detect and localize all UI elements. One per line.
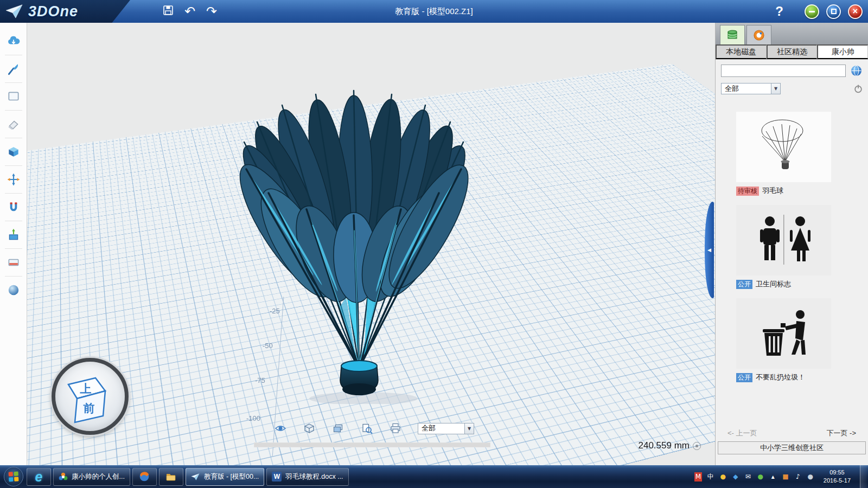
cloud-tool-button[interactable] [3,30,24,52]
tab-local-disk[interactable]: 本地磁盘 [716,44,767,59]
volume-tray-icon[interactable]: ♪ [794,472,802,481]
tray-icon[interactable]: ● [807,472,814,481]
tray-icon[interactable]: ● [757,472,764,481]
mail-tray-icon[interactable]: ✉ [744,472,752,481]
internet-explorer-icon: e [35,469,43,485]
model-thumbnail[interactable] [736,112,831,182]
panel-tab-strip: 本地磁盘 社区精选 康小帅 [716,44,868,60]
viewport-bottom-toolbar: 全部 ▼ [274,422,474,435]
brand-text: 3DOne [28,3,78,20]
panel-filter-dropdown[interactable]: 全部 ▼ [721,83,781,94]
3d-viewport[interactable]: -25 -50 -75 -100 i3DOne.com [27,23,715,465]
model-name[interactable]: 羽毛球 [762,186,783,196]
tray-icon[interactable]: ◆ [732,472,739,481]
viewport-filter-dropdown[interactable]: 全部 ▼ [418,423,474,434]
hidden-icons-button[interactable]: ▴ [769,472,777,481]
chevron-down-icon[interactable]: ▼ [464,423,474,434]
save-button[interactable] [163,5,174,18]
model-thumbnail[interactable] [736,205,831,275]
sketch-tool-button[interactable] [3,86,24,107]
view-cube-front-label[interactable]: 前 [83,402,95,414]
next-page-button[interactable]: 下一页 -> [826,428,856,438]
window-title: 教育版 - [模型002.Z1] [0,0,868,23]
layers-icon [332,422,344,434]
solid-tool-button[interactable] [3,141,24,163]
community-tab[interactable] [746,25,771,44]
taskbar-ie-button[interactable]: e [27,468,51,486]
model-name[interactable]: 卫生间标志 [756,279,791,289]
community-footer-link[interactable]: 中小学三维创意社区 [718,441,866,454]
titlebar: 3DOne ↶ ↷ 教育版 - [模型002.Z1] ? × [0,0,868,23]
minimize-button[interactable] [805,4,819,19]
measurement-target-icon[interactable] [693,442,701,450]
model-caption: 公开 卫生间标志 [736,279,831,289]
view-navigator[interactable]: 上 前 [52,358,129,435]
taskbar-browser-community-button[interactable]: 康小帅的个人创... [53,468,130,486]
layers-button[interactable] [331,422,344,435]
window-controls: ? × [775,4,863,19]
help-button[interactable]: ? [775,4,783,19]
model-name[interactable]: 不要乱扔垃圾！ [756,373,805,382]
tab-user-kangxiaoshuai[interactable]: 康小帅 [817,44,868,59]
measurement-readout: 240.559 mm [639,440,701,451]
search-row [716,60,868,79]
material-tool-button[interactable] [3,279,24,301]
shuttlecock-model[interactable] [212,53,494,404]
clock-time: 09:55 [824,468,851,477]
move-tool-button[interactable] [3,169,24,190]
list-item[interactable]: 公开 不要乱扔垃圾！ [736,298,831,382]
taskbar-clock[interactable]: 09:55 2016-5-17 [819,468,855,485]
grid-label: -100 [246,414,260,422]
tray-icon[interactable]: ■ [782,472,789,481]
scrollbar-thumb[interactable] [254,443,490,447]
view-cube[interactable]: 上 前 [55,362,125,431]
taskbar-explorer-button[interactable] [159,468,183,486]
zoom-fit-button[interactable] [360,422,373,435]
prev-page-button[interactable]: <- 上一页 [727,428,757,438]
refresh-button[interactable] [854,84,863,93]
redo-button[interactable]: ↷ [206,5,217,18]
eraser-tool-button[interactable] [3,113,24,135]
close-button[interactable]: × [848,4,863,19]
chevron-down-icon[interactable]: ▼ [771,84,780,94]
tab-community-featured[interactable]: 社区精选 [767,44,818,59]
list-item[interactable]: 公开 卫生间标志 [736,205,831,289]
start-button[interactable] [2,465,25,488]
show-desktop-button[interactable] [860,465,867,488]
community-icon [752,29,765,42]
view-cube-top-label[interactable]: 上 [80,382,92,395]
taskbar-word-button[interactable]: W 羽毛球教程.docx ... [266,468,348,486]
taskbar-firefox-button[interactable] [132,468,157,486]
display-cube-icon [303,422,315,434]
status-badge: 公开 [736,373,752,382]
ime-tray-icon[interactable]: 中 [707,472,714,481]
maximize-icon [831,9,837,14]
undo-button[interactable]: ↶ [184,5,195,18]
material-sphere-icon [7,283,21,297]
model-caption: 待审核 羽毛球 [736,186,831,196]
print-button[interactable] [389,422,402,435]
outlook-tray-icon[interactable]: M [694,472,702,481]
magnet-tool-button[interactable] [3,196,24,218]
left-toolbar [0,23,27,465]
taskbar-3done-button[interactable]: 教育版 - [模型00... [186,468,264,486]
app-logo: 3DOne [0,0,130,23]
display-mode-button[interactable] [303,422,316,435]
search-input[interactable] [721,65,846,77]
model-card-list: 待审核 羽毛球 [716,98,868,382]
toolbar-divider [5,276,22,277]
extrude-tool-button[interactable] [3,224,24,246]
model-thumbnail[interactable] [736,298,831,369]
list-item[interactable]: 待审核 羽毛球 [736,112,831,196]
search-button[interactable] [850,65,863,77]
visibility-button[interactable] [274,422,287,435]
pagination: <- 上一页 下一页 -> [716,428,868,438]
section-tool-button[interactable] [3,252,24,273]
tray-icon[interactable]: ● [719,472,727,481]
maximize-button[interactable] [826,4,841,19]
models-library-tab[interactable] [720,25,745,44]
brush-tool-button[interactable] [3,58,24,80]
horizontal-scrollbar[interactable] [254,442,490,447]
taskbar-button-label: 教育版 - [模型00... [204,472,259,481]
sketch-page-icon [7,89,21,104]
